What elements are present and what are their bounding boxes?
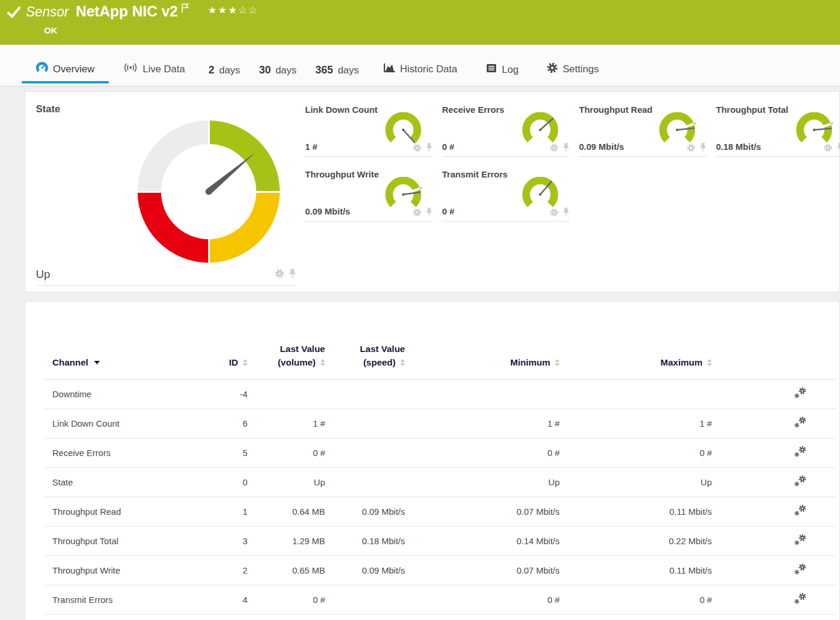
- cell-channel: Link Down Count: [44, 408, 179, 438]
- tab-365-days[interactable]: 365 days: [306, 64, 369, 86]
- page-title: NetApp NIC v2: [76, 2, 178, 20]
- tab-30-days[interactable]: 30 days: [250, 64, 306, 86]
- cell-last-value-speed: [325, 438, 405, 467]
- cell-last-value-speed: [325, 408, 405, 438]
- table-row[interactable]: State 0 Up Up Up: [44, 467, 836, 497]
- tab-historic-data[interactable]: Historic Data: [369, 62, 471, 86]
- tab-log[interactable]: Log: [471, 63, 533, 86]
- mini-gauge-title: Link Down Count: [305, 105, 377, 115]
- channel-settings-gears-icon[interactable]: [794, 597, 808, 607]
- mini-gauge-cell: Transmit Errors 0 #: [442, 165, 570, 222]
- cell-last-value-volume: 1.29 MB: [247, 526, 325, 555]
- channel-table: Channel ID Last Value (volume) Last Valu…: [44, 301, 836, 615]
- cell-maximum: 0 #: [560, 585, 712, 614]
- priority-stars[interactable]: ★★★☆☆: [208, 4, 259, 16]
- mini-gauge-pin-icon[interactable]: [700, 143, 707, 155]
- mini-gauge-value: 0 #: [442, 142, 454, 152]
- table-row[interactable]: Throughput Write 2 0.65 MB 0.09 Mbit/s 0…: [44, 555, 836, 585]
- channel-settings-gears-icon[interactable]: [794, 450, 808, 460]
- mini-gauge-value: 0 #: [442, 206, 454, 216]
- sort-icon[interactable]: [400, 359, 405, 366]
- cell-minimum: 1 #: [405, 408, 560, 438]
- mini-gauge-gear-icon[interactable]: [550, 208, 558, 219]
- column-header-minimum[interactable]: Minimum: [405, 301, 560, 379]
- stars-empty[interactable]: ☆☆: [238, 4, 258, 16]
- cell-minimum: 0.07 Mbit/s: [405, 497, 560, 526]
- cell-id: 0: [179, 467, 247, 497]
- priority-flag-icon[interactable]: [181, 4, 189, 16]
- cell-actions: [712, 497, 836, 526]
- cell-id: 1: [179, 497, 247, 526]
- mini-gauge-value: 0.09 Mbit/s: [579, 142, 624, 152]
- mini-gauge-gear-icon[interactable]: [550, 143, 558, 155]
- cell-id: 2: [179, 555, 247, 585]
- channel-settings-gears-icon[interactable]: [794, 509, 808, 519]
- channel-settings-gears-icon[interactable]: [794, 538, 808, 548]
- mini-gauge-gear-icon[interactable]: [413, 208, 421, 219]
- cell-channel: Downtime: [44, 379, 179, 408]
- cell-actions: [712, 408, 836, 438]
- state-gauge-cell: State Up: [25, 92, 305, 291]
- column-header-id[interactable]: ID: [179, 301, 247, 379]
- cell-actions: [712, 467, 836, 497]
- mini-gauge-pin-icon[interactable]: [426, 143, 433, 155]
- sort-icon[interactable]: [320, 359, 325, 366]
- state-gear-icon[interactable]: [275, 269, 285, 281]
- channel-settings-gears-icon[interactable]: [794, 421, 808, 431]
- area-chart-icon: [383, 62, 396, 76]
- tab-bar: Overview Live Data 2 days 30 days 365 da…: [0, 45, 840, 86]
- cell-channel: State: [44, 467, 179, 497]
- sort-icon[interactable]: [243, 359, 247, 366]
- channel-settings-gears-icon[interactable]: [794, 568, 808, 578]
- channel-settings-gears-icon[interactable]: [794, 480, 808, 490]
- log-list-icon: [486, 63, 497, 76]
- mini-gauge-pin-icon[interactable]: [836, 143, 840, 155]
- stars-filled[interactable]: ★★★: [208, 4, 239, 16]
- gear-icon: [547, 62, 558, 76]
- table-row[interactable]: Receive Errors 5 0 # 0 # 0 #: [44, 438, 836, 467]
- cell-last-value-volume: 0 #: [247, 585, 325, 614]
- mini-gauge-pin-icon[interactable]: [563, 207, 570, 219]
- column-header-last-value-speed[interactable]: Last Value (speed): [325, 301, 405, 379]
- sort-icon[interactable]: [555, 359, 560, 366]
- tab-365-days-number: 365: [316, 64, 333, 76]
- column-header-channel[interactable]: Channel: [44, 301, 179, 379]
- mini-gauges-grid: Link Down Count 1 #: [305, 100, 840, 222]
- tab-overview[interactable]: Overview: [22, 62, 109, 86]
- mini-gauge-pin-icon[interactable]: [563, 143, 570, 155]
- cell-maximum: 1 #: [560, 408, 712, 438]
- tab-settings[interactable]: Settings: [533, 62, 613, 86]
- mini-gauge-cell: Throughput Write 0.09 Mbit/s: [305, 165, 433, 222]
- table-row[interactable]: Link Down Count 6 1 # 1 # 1 #: [44, 408, 836, 438]
- table-row[interactable]: Throughput Read 1 0.64 MB 0.09 Mbit/s 0.…: [44, 497, 836, 526]
- tab-historic-data-label: Historic Data: [400, 63, 457, 75]
- mini-gauge-gear-icon[interactable]: [824, 143, 832, 155]
- state-pin-icon[interactable]: [289, 269, 296, 281]
- sort-icon[interactable]: [707, 359, 712, 366]
- cell-minimum: 0.07 Mbit/s: [405, 555, 560, 585]
- cell-id: -4: [179, 379, 247, 408]
- cell-last-value-volume: 0 #: [247, 438, 325, 467]
- table-row[interactable]: Transmit Errors 4 0 # 0 # 0 #: [44, 585, 836, 614]
- mini-gauge-pin-icon[interactable]: [426, 207, 433, 219]
- cell-maximum: 0.11 Mbit/s: [560, 555, 712, 585]
- cell-actions: [712, 438, 836, 467]
- cell-channel: Throughput Total: [44, 526, 179, 555]
- column-header-maximum[interactable]: Maximum: [560, 301, 712, 379]
- column-header-actions: [712, 301, 836, 379]
- status-ok-check-icon: [6, 5, 22, 22]
- object-kind-label: Sensor: [26, 2, 69, 20]
- cell-minimum: 0 #: [405, 585, 560, 614]
- cell-actions: [712, 379, 836, 408]
- mini-gauge-gear-icon[interactable]: [687, 143, 695, 155]
- cell-maximum: Up: [560, 467, 712, 497]
- table-row[interactable]: Throughput Total 3 1.29 MB 0.18 Mbit/s 0…: [44, 526, 836, 555]
- channel-table-panel: Channel ID Last Value (volume) Last Valu…: [25, 301, 840, 620]
- tab-2-days[interactable]: 2 days: [199, 64, 250, 86]
- channel-settings-gears-icon[interactable]: [794, 391, 808, 401]
- table-row[interactable]: Downtime -4: [44, 379, 836, 408]
- tab-live-data[interactable]: Live Data: [109, 62, 199, 86]
- column-header-last-value-volume[interactable]: Last Value (volume): [247, 301, 325, 379]
- mini-gauge-gear-icon[interactable]: [413, 143, 421, 155]
- mini-gauge-title: Transmit Errors: [442, 169, 508, 179]
